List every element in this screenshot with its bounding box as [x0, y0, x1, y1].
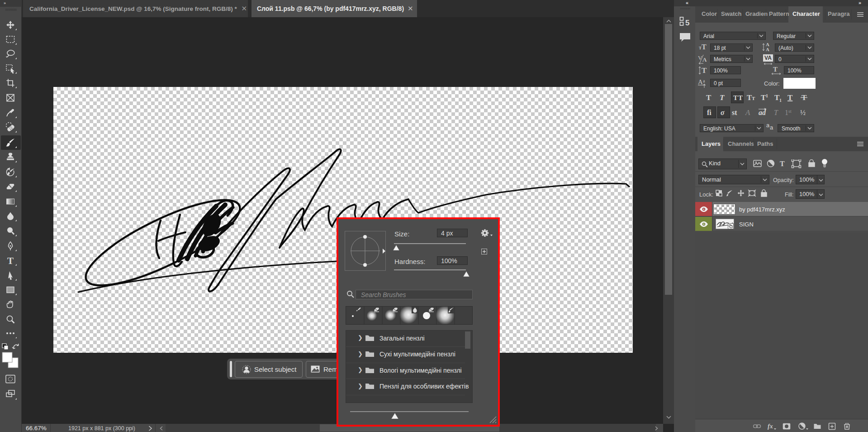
- svg-text:A: A: [766, 47, 769, 52]
- svg-text:T: T: [702, 66, 707, 75]
- svg-text:T: T: [706, 93, 711, 102]
- svg-text:a: a: [766, 122, 770, 129]
- svg-text:T: T: [774, 109, 778, 116]
- svg-text:a: a: [770, 124, 773, 131]
- svg-text:a: a: [703, 78, 705, 83]
- svg-text:T: T: [733, 94, 738, 101]
- svg-text:T: T: [752, 96, 755, 101]
- svg-text:A: A: [702, 56, 707, 63]
- svg-text:σ: σ: [721, 109, 725, 116]
- svg-text:fi: fi: [707, 109, 711, 116]
- svg-text:T: T: [720, 93, 725, 102]
- svg-text:st: st: [788, 109, 792, 114]
- svg-text:V: V: [698, 54, 702, 61]
- svg-text:fx: fx: [768, 423, 773, 430]
- svg-text:T: T: [738, 94, 743, 101]
- svg-text:T: T: [7, 255, 14, 266]
- svg-text:½: ½: [800, 109, 806, 116]
- svg-text:A: A: [698, 78, 703, 86]
- svg-text:1: 1: [785, 109, 788, 116]
- svg-text:5: 5: [685, 19, 689, 27]
- svg-text:1: 1: [766, 93, 768, 98]
- svg-text:T: T: [780, 160, 785, 168]
- svg-text:A: A: [745, 108, 750, 117]
- svg-text:T: T: [787, 93, 793, 102]
- svg-text:st: st: [732, 109, 737, 116]
- svg-text:1: 1: [779, 98, 782, 103]
- svg-text:T: T: [773, 66, 778, 73]
